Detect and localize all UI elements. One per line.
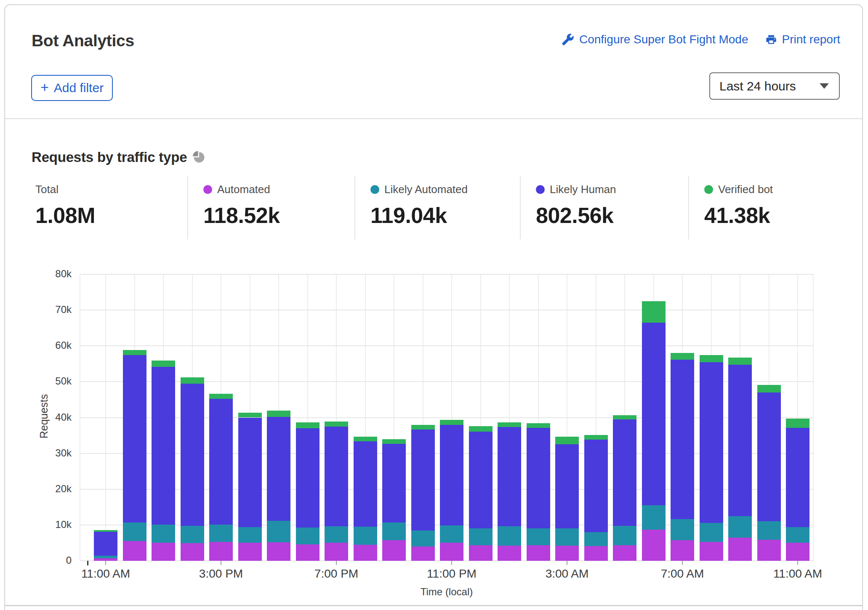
bar-segment-verified-bot[interactable] bbox=[527, 423, 550, 428]
bar-segment-likely-automated[interactable] bbox=[181, 526, 204, 544]
bar-segment-verified-bot[interactable] bbox=[786, 419, 809, 428]
bar-segment-likely-human[interactable] bbox=[469, 432, 493, 528]
bar-segment-likely-human[interactable] bbox=[296, 428, 320, 528]
bar-segment-verified-bot[interactable] bbox=[209, 394, 233, 399]
bar-segment-automated[interactable] bbox=[642, 530, 666, 561]
bar-segment-verified-bot[interactable] bbox=[671, 353, 694, 359]
bar-segment-verified-bot[interactable] bbox=[498, 422, 521, 427]
bar-segment-automated[interactable] bbox=[267, 542, 290, 561]
bar-segment-likely-human[interactable] bbox=[757, 393, 781, 521]
bar-segment-verified-bot[interactable] bbox=[123, 350, 146, 355]
bar-segment-automated[interactable] bbox=[209, 542, 233, 561]
bar-segment-automated[interactable] bbox=[238, 543, 262, 561]
bar-segment-likely-human[interactable] bbox=[642, 323, 666, 505]
bar-segment-automated[interactable] bbox=[469, 545, 493, 561]
bar-segment-automated[interactable] bbox=[325, 543, 348, 561]
bar-segment-likely-automated[interactable] bbox=[469, 528, 493, 545]
bar-segment-likely-automated[interactable] bbox=[325, 526, 348, 543]
bar-segment-likely-human[interactable] bbox=[152, 367, 175, 525]
bar-segment-likely-automated[interactable] bbox=[584, 532, 608, 546]
bar-segment-verified-bot[interactable] bbox=[757, 385, 781, 393]
bar-segment-automated[interactable] bbox=[671, 540, 694, 561]
bar-segment-likely-human[interactable] bbox=[440, 425, 463, 525]
bar-segment-likely-human[interactable] bbox=[181, 384, 204, 525]
bar-segment-verified-bot[interactable] bbox=[152, 361, 175, 366]
bar-segment-likely-automated[interactable] bbox=[757, 521, 781, 539]
bar-segment-automated[interactable] bbox=[181, 543, 204, 561]
bar-segment-likely-human[interactable] bbox=[498, 427, 521, 526]
bar-segment-likely-human[interactable] bbox=[238, 418, 262, 527]
bar-segment-likely-automated[interactable] bbox=[786, 527, 809, 543]
bar-segment-verified-bot[interactable] bbox=[469, 426, 493, 432]
bar-segment-likely-automated[interactable] bbox=[728, 516, 752, 538]
bar-segment-likely-human[interactable] bbox=[700, 362, 723, 523]
bar-segment-likely-automated[interactable] bbox=[700, 523, 723, 542]
bar-segment-likely-human[interactable] bbox=[584, 440, 608, 532]
bar-segment-automated[interactable] bbox=[296, 544, 320, 561]
bar-segment-automated[interactable] bbox=[757, 540, 781, 561]
bar-segment-likely-automated[interactable] bbox=[296, 528, 320, 544]
bar-segment-likely-human[interactable] bbox=[671, 360, 694, 520]
bar-segment-automated[interactable] bbox=[555, 546, 579, 561]
bar-segment-automated[interactable] bbox=[382, 540, 406, 561]
print-report-link[interactable]: Print report bbox=[765, 33, 841, 46]
bar-segment-likely-automated[interactable] bbox=[354, 527, 377, 545]
bar-segment-automated[interactable] bbox=[728, 538, 752, 561]
bar-segment-automated[interactable] bbox=[123, 541, 146, 561]
bar-segment-likely-automated[interactable] bbox=[411, 530, 435, 546]
bar-segment-automated[interactable] bbox=[152, 543, 175, 561]
bar-segment-automated[interactable] bbox=[584, 546, 608, 561]
bar-segment-verified-bot[interactable] bbox=[700, 355, 723, 362]
bar-segment-likely-human[interactable] bbox=[555, 444, 579, 528]
bar-segment-likely-human[interactable] bbox=[94, 532, 117, 556]
bar-segment-likely-automated[interactable] bbox=[440, 525, 463, 543]
configure-super-bot-fight-mode-link[interactable]: Configure Super Bot Fight Mode bbox=[562, 33, 748, 46]
bar-segment-automated[interactable] bbox=[613, 545, 636, 561]
bar-segment-automated[interactable] bbox=[354, 545, 377, 561]
bar-segment-verified-bot[interactable] bbox=[382, 439, 406, 443]
bar-segment-likely-human[interactable] bbox=[382, 444, 406, 522]
bar-segment-verified-bot[interactable] bbox=[555, 437, 579, 444]
bar-segment-likely-automated[interactable] bbox=[527, 528, 550, 545]
bar-segment-likely-human[interactable] bbox=[209, 399, 233, 525]
bar-segment-verified-bot[interactable] bbox=[584, 435, 608, 440]
bar-segment-verified-bot[interactable] bbox=[411, 425, 435, 430]
bar-segment-likely-automated[interactable] bbox=[642, 505, 666, 530]
bar-segment-automated[interactable] bbox=[411, 546, 435, 561]
bar-segment-likely-automated[interactable] bbox=[209, 525, 233, 542]
add-filter-button[interactable]: + Add filter bbox=[31, 75, 113, 101]
bar-segment-likely-automated[interactable] bbox=[498, 526, 521, 546]
bar-segment-likely-human[interactable] bbox=[527, 428, 550, 528]
bar-segment-likely-human[interactable] bbox=[354, 441, 377, 527]
bar-segment-likely-automated[interactable] bbox=[382, 522, 406, 540]
bar-segment-likely-human[interactable] bbox=[728, 365, 752, 516]
bar-segment-verified-bot[interactable] bbox=[728, 358, 752, 364]
bar-segment-likely-automated[interactable] bbox=[613, 526, 636, 546]
bar-segment-likely-human[interactable] bbox=[325, 427, 348, 526]
bar-segment-likely-automated[interactable] bbox=[123, 522, 146, 541]
bar-segment-verified-bot[interactable] bbox=[267, 411, 290, 416]
bar-segment-automated[interactable] bbox=[527, 545, 550, 561]
bar-segment-verified-bot[interactable] bbox=[354, 437, 377, 441]
bar-segment-likely-human[interactable] bbox=[613, 419, 636, 526]
bar-segment-verified-bot[interactable] bbox=[94, 530, 117, 532]
time-range-select[interactable]: Last 24 hours bbox=[709, 72, 840, 100]
bar-segment-likely-automated[interactable] bbox=[94, 556, 117, 558]
bar-segment-likely-automated[interactable] bbox=[555, 528, 579, 546]
bar-segment-verified-bot[interactable] bbox=[440, 420, 463, 424]
bar-segment-verified-bot[interactable] bbox=[325, 422, 348, 427]
bar-segment-likely-automated[interactable] bbox=[152, 525, 175, 543]
bar-segment-likely-automated[interactable] bbox=[238, 527, 262, 543]
bar-segment-likely-human[interactable] bbox=[411, 430, 435, 531]
bar-segment-verified-bot[interactable] bbox=[181, 377, 204, 384]
bar-segment-automated[interactable] bbox=[786, 543, 809, 561]
bar-segment-automated[interactable] bbox=[498, 546, 521, 561]
bar-segment-likely-human[interactable] bbox=[786, 428, 809, 527]
bar-segment-verified-bot[interactable] bbox=[642, 301, 666, 323]
bar-segment-likely-human[interactable] bbox=[267, 417, 290, 521]
bar-segment-likely-human[interactable] bbox=[123, 355, 146, 522]
bar-segment-automated[interactable] bbox=[700, 542, 723, 561]
bar-segment-verified-bot[interactable] bbox=[238, 413, 262, 418]
bar-segment-automated[interactable] bbox=[440, 543, 463, 561]
bar-segment-verified-bot[interactable] bbox=[296, 422, 320, 428]
